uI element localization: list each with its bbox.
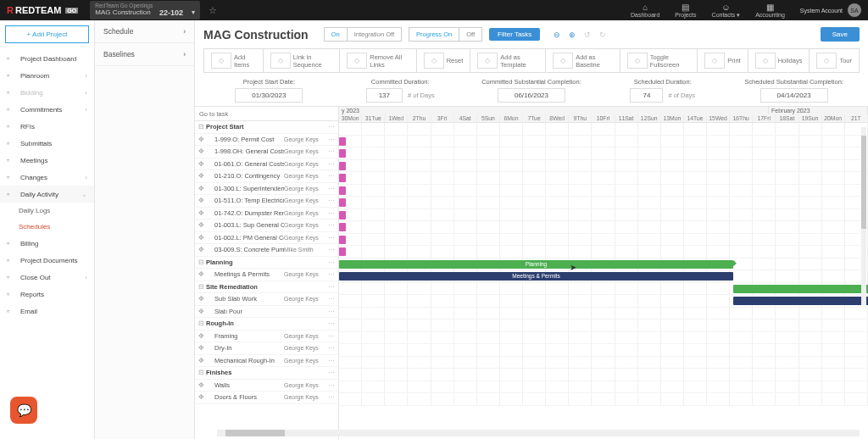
panel-schedule[interactable]: Schedule› — [95, 20, 194, 43]
task-row[interactable]: ✥Sub Slab WorkGeorge Keys⋯ — [195, 293, 338, 306]
chat-widget-icon[interactable]: 💬 — [10, 397, 37, 424]
sidebar-item[interactable]: ▫Changes› — [0, 169, 94, 186]
nav-projects[interactable]: ▤Projects — [675, 3, 696, 18]
sidebar-item[interactable]: Daily Logs — [0, 203, 94, 219]
sidebar-item[interactable]: ▫Project Dashboard — [0, 50, 94, 67]
project-start-date[interactable]: 01/30/2023 — [235, 88, 303, 103]
zoom-in-icon[interactable]: ⊕ — [569, 31, 576, 39]
brand-logo[interactable]: RREDTEAMGO — [7, 5, 78, 15]
task-row[interactable]: ✥01-511.O: Temp ElectricalGeorge Keys⋯ — [195, 195, 338, 208]
task-row[interactable]: ✥01-300.L: SuperintendentGeorge Keys⋯ — [195, 183, 338, 196]
sidebar-item[interactable]: ▫Close Out› — [0, 269, 94, 286]
task-row[interactable]: ⊟Finishes⋯ — [195, 367, 338, 380]
task-row[interactable]: ✥FramingGeorge Keys⋯ — [195, 331, 338, 343]
undo-icon[interactable]: ↺ — [584, 31, 591, 39]
sidebar-item[interactable]: ▫Project Documents — [0, 252, 94, 269]
gantt-grid[interactable]: y 2023February 2023 30Mon31Tue1Wed2Thu3F… — [339, 107, 868, 439]
sidebar-item[interactable]: ▫Billing — [0, 235, 94, 252]
committed-completion[interactable]: 06/16/2023 — [498, 88, 565, 103]
sidebar-item[interactable]: ▫Email — [0, 303, 94, 320]
task-row[interactable]: ✥01-742.O: Dumpster RentalGeorge Keys⋯ — [195, 208, 338, 220]
zoom-out-icon[interactable]: ⊖ — [554, 31, 560, 39]
system-account[interactable]: System AccountSA — [800, 3, 861, 17]
toolbar-button[interactable]: ◇Remove All Links — [340, 48, 416, 73]
add-project-button[interactable]: + Add Project — [5, 25, 89, 43]
sidebar-item[interactable]: ▫Meetings — [0, 152, 94, 169]
task-row[interactable]: ✥1-998.OH: General CostsGeorge Keys⋯ — [195, 146, 338, 158]
toolbar-button[interactable]: ◇Reset — [417, 48, 471, 73]
toolbar-button[interactable]: ◇Holidays — [748, 48, 810, 73]
task-row[interactable]: ⊟Project Start⋯ — [195, 121, 338, 134]
task-bar[interactable]: Planning — [339, 260, 733, 269]
task-row[interactable]: ✥1-999.O: Permit CostGeorge Keys⋯ — [195, 134, 338, 147]
task-row[interactable]: ✥Slab Pour⋯ — [195, 306, 338, 319]
filter-tasks-button[interactable]: Filter Tasks — [489, 28, 540, 41]
gantt-chart: ⊟Project Start⋯✥1-999.O: Permit CostGeor… — [195, 106, 868, 439]
task-search-input[interactable] — [199, 110, 334, 118]
sidebar-item[interactable]: ▫Bidding› — [0, 84, 94, 101]
sidebar-item[interactable]: ▫Submittals — [0, 135, 94, 152]
task-bar[interactable] — [339, 137, 346, 146]
page-title: MAG Construction — [203, 28, 309, 42]
sidebar-item[interactable]: ▫Daily Activity⌄ — [0, 186, 94, 203]
integration-toggle[interactable]: OnIntegration Off — [324, 27, 402, 42]
toolbar-button[interactable]: ◇Link in Sequence — [264, 48, 340, 73]
sidebar-item[interactable]: Schedules — [0, 219, 94, 235]
sidebar-item[interactable]: ▫Planroom› — [0, 67, 94, 84]
task-row[interactable]: ✥01-210.O: ContingencyGeorge Keys⋯ — [195, 170, 338, 183]
task-bar[interactable]: Meetings & Permits — [339, 272, 733, 281]
top-bar: RREDTEAMGO RedTeam Go Openings MAG Const… — [0, 0, 868, 20]
redo-icon[interactable]: ↻ — [599, 31, 606, 39]
panel-column: Schedule› Baselines› — [95, 20, 195, 439]
task-row[interactable]: ✥03-009.S: Concrete PumpingMike Smith⋯ — [195, 244, 338, 257]
sidebar-item[interactable]: ▫Commitments› — [0, 101, 94, 118]
nav-accounting[interactable]: ▦Accounting — [755, 3, 785, 18]
vertical-scrollbar[interactable] — [861, 127, 866, 305]
project-metadata: Project Start Date:01/30/2023 Committed … — [203, 78, 860, 103]
task-bar[interactable] — [339, 198, 346, 207]
task-bar[interactable] — [339, 162, 346, 170]
task-bar[interactable] — [339, 247, 346, 256]
task-bar[interactable] — [339, 149, 346, 158]
committed-duration[interactable]: 137 — [366, 88, 403, 103]
task-bar[interactable] — [339, 236, 346, 244]
task-row[interactable]: ✥01-002.L: PM General CostGeorge Keys⋯ — [195, 232, 338, 245]
project-crumb[interactable]: RedTeam Go Openings MAG Construction22-1… — [90, 1, 200, 19]
task-bar[interactable] — [339, 223, 346, 231]
panel-baselines[interactable]: Baselines› — [95, 43, 194, 66]
toolbar-button[interactable]: ◇Tour — [810, 48, 860, 73]
toolbar-button[interactable]: ◇Print — [698, 48, 748, 73]
task-row[interactable]: ✥01-061.O: General CostsGeorge Keys⋯ — [195, 158, 338, 171]
action-toolbar: ◇Add Items◇Link in Sequence◇Remove All L… — [203, 48, 860, 73]
task-bar[interactable]: Sub Slab Work — [733, 297, 868, 305]
task-row[interactable]: ✥Dry-InGeorge Keys⋯ — [195, 342, 338, 355]
scheduled-duration[interactable]: 74 — [630, 88, 663, 103]
task-bar[interactable] — [339, 174, 346, 182]
save-button[interactable]: Save — [821, 27, 860, 42]
toolbar-button[interactable]: ◇Add as Template — [470, 48, 546, 73]
main-area: MAG Construction OnIntegration Off Progr… — [195, 20, 868, 439]
task-row[interactable]: ✥Meetings & PermitsGeorge Keys⋯ — [195, 269, 338, 281]
toolbar-button[interactable]: ◇Add as Baseline — [546, 48, 620, 73]
favorite-star-icon[interactable]: ☆ — [209, 5, 217, 16]
toolbar-button[interactable]: ◇Add Items — [203, 48, 264, 73]
toolbar-button[interactable]: ◇Toggle Fullscreen — [620, 48, 698, 73]
task-row[interactable]: ✥01-003.L: Sup General CostGeorge Keys⋯ — [195, 220, 338, 232]
task-bar[interactable] — [733, 285, 868, 293]
horizontal-scrollbar[interactable] — [217, 430, 860, 436]
sidebar-item[interactable]: ▫RFIs — [0, 118, 94, 135]
task-row[interactable]: ✥Mechanical Rough-InGeorge Keys⋯ — [195, 355, 338, 368]
zoom-controls[interactable]: ⊖ ⊕ ↺ ↻ — [554, 31, 606, 39]
task-bar[interactable] — [339, 186, 346, 195]
task-row[interactable]: ✥WallsGeorge Keys⋯ — [195, 380, 338, 392]
progress-toggle[interactable]: Progress OnOff — [409, 27, 482, 42]
task-bar[interactable] — [339, 211, 346, 220]
scheduled-completion[interactable]: 04/14/2023 — [760, 88, 828, 103]
sidebar-item[interactable]: ▫Reports — [0, 286, 94, 303]
task-row[interactable]: ⊟Rough-In⋯ — [195, 318, 338, 331]
task-row[interactable]: ⊟Site Remediation⋯ — [195, 281, 338, 294]
task-row[interactable]: ⊟Planning⋯ — [195, 257, 338, 270]
nav-contacts[interactable]: ☺Contacts ▾ — [712, 3, 741, 19]
task-row[interactable]: ✥Doors & FloorsGeorge Keys⋯ — [195, 392, 338, 404]
nav-dashboard[interactable]: ⌂Dashboard — [631, 3, 659, 18]
